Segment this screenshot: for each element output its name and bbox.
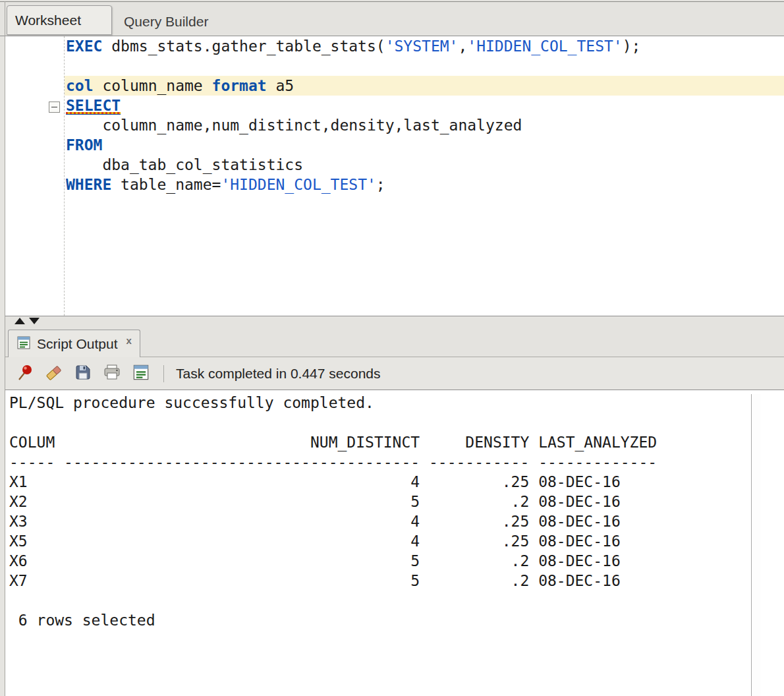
- sql-text: ;: [376, 176, 385, 193]
- sql-text: ,: [458, 38, 467, 55]
- code-line: dba_tab_col_statistics: [65, 155, 784, 175]
- code-line: FROM: [65, 135, 784, 155]
- code-line-current: col column_name format a5: [65, 76, 784, 96]
- code-line: SELECT: [65, 96, 784, 115]
- save-button[interactable]: [72, 363, 94, 384]
- script-output-text: PL/SQL procedure successfully completed.…: [9, 393, 657, 630]
- sql-text: );: [623, 38, 641, 55]
- window-border-left: [5, 1, 5, 696]
- sql-editor[interactable]: EXEC dbms_stats.gather_table_stats('SYST…: [5, 36, 784, 316]
- script-output-toolbar: Task completed in 0.447 seconds: [5, 357, 784, 390]
- tab-script-output[interactable]: Script Output x: [8, 330, 140, 357]
- toolbar-separator: [163, 365, 164, 382]
- tab-worksheet[interactable]: Worksheet: [7, 5, 112, 35]
- run-script-icon: [132, 364, 150, 383]
- code-line: EXEC dbms_stats.gather_table_stats('SYST…: [65, 36, 784, 56]
- sql-keyword: format: [212, 77, 267, 94]
- sql-keyword: EXEC: [66, 38, 102, 55]
- sql-text: column_name: [94, 77, 212, 94]
- tab-query-builder-label: Query Builder: [124, 14, 208, 30]
- run-script-button[interactable]: [130, 363, 152, 384]
- script-output-icon: [16, 335, 31, 353]
- code-fold-collapse-button[interactable]: [49, 102, 60, 113]
- save-icon: [73, 362, 93, 384]
- output-scrollbar-track[interactable]: [751, 394, 760, 696]
- sql-string-literal: 'HIDDEN_COL_TEST': [221, 176, 376, 193]
- output-tabbar: Script Output x: [5, 326, 784, 357]
- sql-keyword-with-warning: SELECT: [66, 96, 121, 115]
- sql-string-literal: 'SYSTEM': [385, 38, 459, 55]
- tab-worksheet-label: Worksheet: [15, 13, 81, 28]
- sql-keyword: WHERE: [66, 176, 111, 193]
- sql-keyword: col: [66, 77, 94, 94]
- worksheet-tabbar: Worksheet Query Builder: [0, 0, 784, 36]
- code-line: WHERE table_name='HIDDEN_COL_TEST';: [65, 175, 784, 194]
- print-icon: [102, 362, 122, 384]
- sql-text: dbms_stats.gather_table_stats(: [102, 38, 385, 55]
- print-button[interactable]: [101, 363, 123, 384]
- splitter-up-arrow-icon[interactable]: [14, 318, 25, 324]
- sql-keyword: FROM: [66, 136, 102, 154]
- splitter-down-arrow-icon[interactable]: [29, 318, 40, 324]
- window-border-top: [0, 1, 784, 2]
- sql-text: dba_tab_col_statistics: [66, 156, 303, 173]
- tab-query-builder[interactable]: Query Builder: [115, 8, 217, 36]
- pin-icon: [15, 362, 35, 384]
- pin-button[interactable]: [14, 363, 36, 384]
- sql-text: column_name,num_distinct,density,last_an…: [66, 117, 522, 134]
- sql-text: a5: [267, 77, 294, 94]
- code-line: [65, 56, 784, 76]
- code-line: column_name,num_distinct,density,last_an…: [65, 115, 784, 135]
- tab-script-output-label: Script Output: [37, 336, 118, 352]
- close-icon[interactable]: x: [126, 335, 132, 346]
- sql-string-literal: 'HIDDEN_COL_TEST': [467, 38, 622, 55]
- script-output-panel: PL/SQL procedure successfully completed.…: [5, 390, 784, 696]
- sql-code: EXEC dbms_stats.gather_table_stats('SYST…: [5, 36, 784, 194]
- clear-button[interactable]: [43, 363, 65, 384]
- panel-splitter[interactable]: [5, 316, 784, 326]
- task-status-text: Task completed in 0.447 seconds: [176, 366, 381, 382]
- eraser-icon: [44, 362, 64, 384]
- sql-text: table_name=: [111, 176, 221, 193]
